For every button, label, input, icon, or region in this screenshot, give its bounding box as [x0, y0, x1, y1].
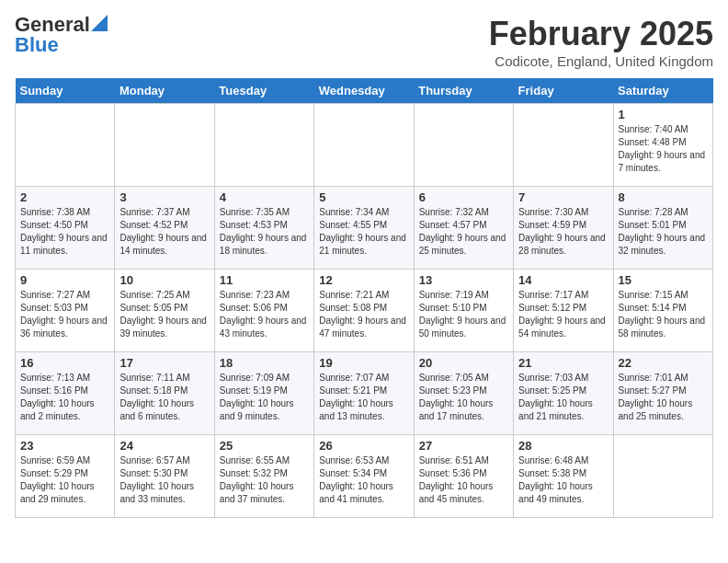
day-number: 28 [518, 439, 608, 453]
day-number: 13 [419, 273, 508, 287]
header-day: Sunday [16, 78, 115, 104]
day-info: Sunrise: 7:01 AM Sunset: 5:27 PM Dayligh… [619, 372, 708, 423]
day-info: Sunrise: 6:51 AM Sunset: 5:36 PM Dayligh… [419, 454, 508, 506]
header-row: SundayMondayTuesdayWednesdayThursdayFrid… [16, 78, 713, 104]
day-number: 7 [518, 190, 608, 204]
day-info: Sunrise: 7:19 AM Sunset: 5:10 PM Dayligh… [419, 289, 508, 340]
calendar-cell: 7Sunrise: 7:30 AM Sunset: 4:59 PM Daylig… [514, 187, 613, 270]
day-number: 24 [119, 439, 209, 453]
day-number: 3 [119, 190, 209, 204]
day-info: Sunrise: 7:09 AM Sunset: 5:19 PM Dayligh… [220, 372, 309, 423]
calendar-cell: 23Sunrise: 6:59 AM Sunset: 5:29 PM Dayli… [16, 435, 115, 518]
calendar-cell: 6Sunrise: 7:32 AM Sunset: 4:57 PM Daylig… [414, 187, 513, 270]
day-info: Sunrise: 7:15 AM Sunset: 5:14 PM Dayligh… [619, 289, 708, 340]
day-number: 18 [220, 356, 309, 370]
calendar-cell: 19Sunrise: 7:07 AM Sunset: 5:21 PM Dayli… [314, 352, 414, 435]
day-info: Sunrise: 6:48 AM Sunset: 5:38 PM Dayligh… [518, 454, 608, 506]
day-info: Sunrise: 7:03 AM Sunset: 5:25 PM Dayligh… [518, 372, 608, 423]
day-info: Sunrise: 7:25 AM Sunset: 5:05 PM Dayligh… [119, 289, 209, 340]
calendar-cell: 1Sunrise: 7:40 AM Sunset: 4:48 PM Daylig… [613, 104, 712, 187]
calendar-cell: 9Sunrise: 7:27 AM Sunset: 5:03 PM Daylig… [16, 270, 115, 352]
calendar-cell: 5Sunrise: 7:34 AM Sunset: 4:55 PM Daylig… [314, 187, 414, 270]
day-info: Sunrise: 6:59 AM Sunset: 5:29 PM Dayligh… [20, 454, 109, 506]
day-number: 1 [619, 108, 708, 121]
calendar-cell: 18Sunrise: 7:09 AM Sunset: 5:19 PM Dayli… [214, 352, 313, 435]
calendar-cell: 21Sunrise: 7:03 AM Sunset: 5:25 PM Dayli… [514, 352, 613, 435]
day-number: 10 [119, 273, 209, 287]
day-info: Sunrise: 7:17 AM Sunset: 5:12 PM Dayligh… [518, 289, 608, 340]
day-number: 15 [619, 273, 708, 287]
day-info: Sunrise: 6:57 AM Sunset: 5:30 PM Dayligh… [119, 454, 209, 506]
day-info: Sunrise: 7:13 AM Sunset: 5:16 PM Dayligh… [20, 372, 109, 423]
day-number: 9 [20, 273, 109, 287]
calendar-row: 2Sunrise: 7:38 AM Sunset: 4:50 PM Daylig… [16, 187, 713, 270]
day-number: 6 [419, 190, 508, 204]
calendar-cell: 10Sunrise: 7:25 AM Sunset: 5:05 PM Dayli… [115, 270, 214, 352]
calendar-cell [514, 104, 613, 187]
calendar-cell: 14Sunrise: 7:17 AM Sunset: 5:12 PM Dayli… [514, 270, 613, 352]
day-number: 14 [518, 273, 608, 287]
header-day: Wednesday [314, 78, 414, 104]
day-info: Sunrise: 7:23 AM Sunset: 5:06 PM Dayligh… [220, 289, 309, 340]
calendar-cell: 26Sunrise: 6:53 AM Sunset: 5:34 PM Dayli… [314, 435, 414, 518]
day-number: 11 [220, 273, 309, 287]
day-info: Sunrise: 7:38 AM Sunset: 4:50 PM Dayligh… [20, 206, 109, 258]
day-info: Sunrise: 7:05 AM Sunset: 5:23 PM Dayligh… [419, 372, 508, 423]
day-info: Sunrise: 7:27 AM Sunset: 5:03 PM Dayligh… [20, 289, 109, 340]
calendar-cell: 2Sunrise: 7:38 AM Sunset: 4:50 PM Daylig… [16, 187, 115, 270]
calendar-cell [414, 104, 513, 187]
day-info: Sunrise: 7:28 AM Sunset: 5:01 PM Dayligh… [619, 206, 708, 258]
day-info: Sunrise: 6:55 AM Sunset: 5:32 PM Dayligh… [220, 454, 309, 506]
logo-blue: Blue [15, 35, 59, 55]
day-number: 26 [319, 439, 408, 453]
calendar-row: 9Sunrise: 7:27 AM Sunset: 5:03 PM Daylig… [16, 270, 713, 352]
day-info: Sunrise: 7:35 AM Sunset: 4:53 PM Dayligh… [220, 206, 309, 258]
svg-marker-0 [91, 15, 108, 31]
day-number: 17 [119, 356, 209, 370]
calendar-title: February 2025 [489, 15, 713, 53]
calendar-cell: 24Sunrise: 6:57 AM Sunset: 5:30 PM Dayli… [115, 435, 214, 518]
header-day: Saturday [613, 78, 712, 104]
logo: General Blue [15, 15, 108, 55]
day-number: 25 [220, 439, 309, 453]
calendar-cell: 8Sunrise: 7:28 AM Sunset: 5:01 PM Daylig… [613, 187, 712, 270]
calendar-header: SundayMondayTuesdayWednesdayThursdayFrid… [16, 78, 713, 104]
calendar-cell [115, 104, 214, 187]
calendar-cell [314, 104, 414, 187]
calendar-body: 1Sunrise: 7:40 AM Sunset: 4:48 PM Daylig… [16, 104, 713, 518]
day-info: Sunrise: 7:11 AM Sunset: 5:18 PM Dayligh… [119, 372, 209, 423]
day-info: Sunrise: 7:30 AM Sunset: 4:59 PM Dayligh… [518, 206, 608, 258]
calendar-cell: 13Sunrise: 7:19 AM Sunset: 5:10 PM Dayli… [414, 270, 513, 352]
header-day: Thursday [414, 78, 513, 104]
title-area: February 2025 Codicote, England, United … [489, 15, 713, 69]
day-info: Sunrise: 7:07 AM Sunset: 5:21 PM Dayligh… [319, 372, 408, 423]
calendar-cell: 15Sunrise: 7:15 AM Sunset: 5:14 PM Dayli… [613, 270, 712, 352]
calendar-subtitle: Codicote, England, United Kingdom [489, 53, 713, 69]
calendar-cell [16, 104, 115, 187]
calendar-cell: 4Sunrise: 7:35 AM Sunset: 4:53 PM Daylig… [214, 187, 313, 270]
day-info: Sunrise: 7:34 AM Sunset: 4:55 PM Dayligh… [319, 206, 408, 258]
calendar-cell: 27Sunrise: 6:51 AM Sunset: 5:36 PM Dayli… [414, 435, 513, 518]
calendar-cell: 28Sunrise: 6:48 AM Sunset: 5:38 PM Dayli… [514, 435, 613, 518]
calendar-cell: 25Sunrise: 6:55 AM Sunset: 5:32 PM Dayli… [214, 435, 313, 518]
calendar-cell: 17Sunrise: 7:11 AM Sunset: 5:18 PM Dayli… [115, 352, 214, 435]
calendar-row: 16Sunrise: 7:13 AM Sunset: 5:16 PM Dayli… [16, 352, 713, 435]
day-number: 21 [518, 356, 608, 370]
logo-general: General [15, 15, 90, 35]
day-number: 4 [220, 190, 309, 204]
calendar-cell: 16Sunrise: 7:13 AM Sunset: 5:16 PM Dayli… [16, 352, 115, 435]
calendar-table: SundayMondayTuesdayWednesdayThursdayFrid… [15, 78, 713, 518]
calendar-cell: 11Sunrise: 7:23 AM Sunset: 5:06 PM Dayli… [214, 270, 313, 352]
day-number: 22 [619, 356, 708, 370]
day-info: Sunrise: 7:40 AM Sunset: 4:48 PM Dayligh… [619, 123, 708, 175]
day-info: Sunrise: 6:53 AM Sunset: 5:34 PM Dayligh… [319, 454, 408, 506]
day-number: 19 [319, 356, 408, 370]
calendar-cell: 20Sunrise: 7:05 AM Sunset: 5:23 PM Dayli… [414, 352, 513, 435]
day-number: 5 [319, 190, 408, 204]
day-number: 16 [20, 356, 109, 370]
calendar-cell: 12Sunrise: 7:21 AM Sunset: 5:08 PM Dayli… [314, 270, 414, 352]
header-day: Tuesday [214, 78, 313, 104]
calendar-row: 23Sunrise: 6:59 AM Sunset: 5:29 PM Dayli… [16, 435, 713, 518]
day-number: 23 [20, 439, 109, 453]
day-number: 2 [20, 190, 109, 204]
